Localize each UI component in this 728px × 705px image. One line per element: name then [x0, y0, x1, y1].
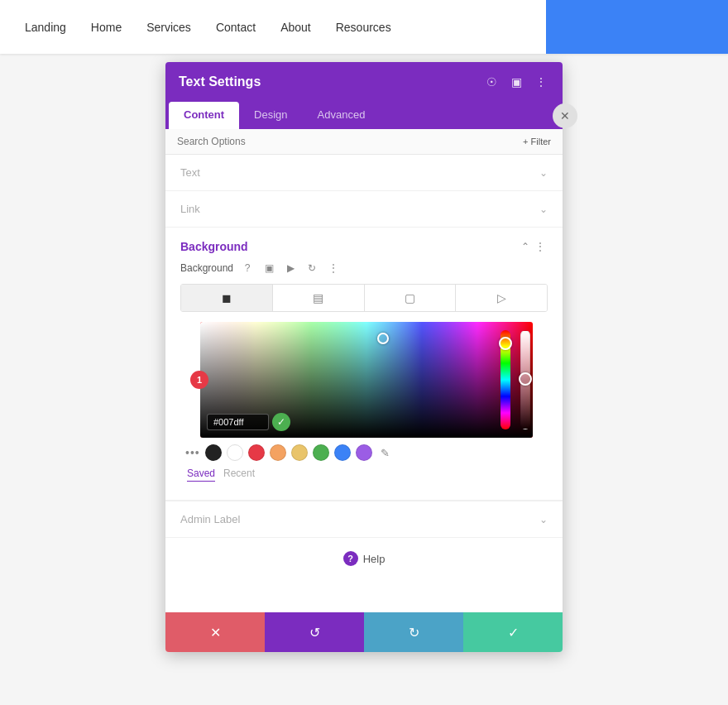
- link-chevron-icon: ⌄: [539, 204, 548, 215]
- background-title-group: Background: [180, 240, 248, 253]
- slider-container: [508, 322, 523, 438]
- nav-link-landing[interactable]: Landing: [25, 21, 66, 34]
- nav-link-about[interactable]: About: [280, 21, 311, 34]
- spacer: [165, 579, 563, 612]
- bg-more-icon[interactable]: ⋮: [326, 261, 341, 276]
- swatch-tabs: Saved Recent: [187, 466, 543, 487]
- nav-link-services[interactable]: Services: [146, 21, 191, 34]
- swatch-green[interactable]: [313, 444, 329, 461]
- redo-icon: ↻: [409, 625, 419, 640]
- nav-link-home[interactable]: Home: [91, 21, 122, 34]
- link-section: Link ⌄: [165, 191, 563, 228]
- modal-tabs: Content Design Advanced: [165, 102, 563, 129]
- modal-close-side-button[interactable]: ✕: [553, 103, 577, 128]
- video-icon: ▷: [497, 291, 506, 305]
- nav-cta-button[interactable]: [546, 0, 728, 54]
- edit-swatches-icon[interactable]: ✎: [377, 444, 394, 461]
- help-row: ? Help: [165, 538, 563, 579]
- admin-label-section: Admin Label ⌄: [165, 501, 563, 538]
- swatch-tab-recent[interactable]: Recent: [223, 468, 255, 482]
- swatch-white[interactable]: [227, 444, 243, 461]
- more-swatches-icon[interactable]: •••: [185, 446, 200, 459]
- cursor-icon[interactable]: ▶: [283, 261, 298, 276]
- help-circle-icon[interactable]: ?: [343, 551, 358, 566]
- text-section-header[interactable]: Text ⌄: [165, 155, 563, 190]
- modal-footer: ✕ ↺ ↻ ✓: [165, 612, 563, 652]
- top-navigation: Landing Home Services Contact About Reso…: [0, 0, 728, 54]
- hue-slider[interactable]: [500, 330, 510, 429]
- bg-type-gradient[interactable]: ▤: [273, 285, 365, 311]
- page-background: Text Settings ☉ ▣ ⋮ Content Design Advan…: [0, 54, 728, 705]
- hex-confirm-button[interactable]: ✓: [272, 413, 290, 431]
- help-label: Help: [363, 553, 386, 565]
- reset-icon[interactable]: ↻: [304, 261, 319, 276]
- gradient-icon: ▤: [313, 291, 323, 305]
- background-section-title: Background: [180, 240, 248, 253]
- admin-label-title: Admin Label: [180, 513, 240, 525]
- background-section: Background ⌃ ⋮ Background ? ▣ ▶ ↻ ⋮: [165, 228, 563, 501]
- help-question-icon[interactable]: ?: [240, 261, 255, 276]
- swatches-row: ••• ✎: [185, 438, 543, 466]
- bg-type-video[interactable]: ▷: [456, 285, 547, 311]
- filter-button[interactable]: + Filter: [523, 137, 551, 146]
- text-chevron-icon: ⌄: [539, 167, 548, 179]
- spectrum-canvas[interactable]: ✓: [200, 322, 533, 438]
- tab-content[interactable]: Content: [169, 102, 239, 129]
- opacity-thumb[interactable]: [519, 372, 532, 386]
- swatch-red[interactable]: [248, 444, 265, 461]
- nav-links: Landing Home Services Contact About Reso…: [25, 21, 391, 34]
- text-section-title: Text: [180, 166, 200, 179]
- background-chevron-up-icon[interactable]: ⌃: [521, 241, 529, 252]
- color-picker-wrapper: 1: [200, 322, 533, 438]
- visibility-icon[interactable]: ☉: [483, 74, 500, 90]
- background-label-row: Background ? ▣ ▶ ↻ ⋮: [180, 261, 548, 276]
- opacity-slider[interactable]: [520, 330, 530, 429]
- admin-label-header[interactable]: Admin Label ⌄: [165, 501, 563, 537]
- layout-icon[interactable]: ▣: [508, 74, 524, 90]
- swatch-orange[interactable]: [270, 444, 286, 461]
- search-bar: + Filter: [165, 129, 563, 155]
- link-section-header[interactable]: Link ⌄: [165, 191, 563, 227]
- reset-icon: ↺: [309, 625, 320, 640]
- hue-thumb[interactable]: [499, 337, 512, 350]
- nav-link-contact[interactable]: Contact: [216, 21, 256, 34]
- background-label: Background: [180, 262, 233, 274]
- swatch-yellow[interactable]: [291, 444, 308, 461]
- bg-type-color[interactable]: ◼: [181, 285, 273, 311]
- background-section-icons: ⌃ ⋮: [521, 239, 548, 254]
- save-button[interactable]: ✓: [463, 612, 563, 652]
- more-options-icon[interactable]: ⋮: [533, 74, 549, 90]
- cancel-button[interactable]: ✕: [165, 612, 265, 652]
- link-section-title: Link: [180, 203, 200, 215]
- copy-icon[interactable]: ▣: [261, 261, 276, 276]
- swatches-area: ••• ✎ Saved Recent: [180, 438, 548, 487]
- reset-button[interactable]: ↺: [265, 612, 364, 652]
- background-more-icon[interactable]: ⋮: [533, 239, 548, 254]
- redo-button[interactable]: ↻: [364, 612, 463, 652]
- swatch-black[interactable]: [205, 444, 222, 461]
- save-icon: ✓: [508, 625, 519, 640]
- image-icon: ▢: [405, 291, 415, 305]
- text-section: Text ⌄: [165, 155, 563, 191]
- hex-input-group: ✓: [207, 413, 290, 431]
- hex-input[interactable]: [207, 414, 269, 430]
- modal-header: Text Settings ☉ ▣ ⋮: [165, 62, 563, 102]
- search-input[interactable]: [177, 136, 523, 147]
- nav-link-resources[interactable]: Resources: [336, 21, 391, 34]
- modal-title: Text Settings: [179, 74, 261, 89]
- color-fill-icon: ◼: [222, 291, 232, 305]
- tab-advanced[interactable]: Advanced: [303, 102, 381, 129]
- tab-design[interactable]: Design: [239, 102, 302, 129]
- text-settings-modal: Text Settings ☉ ▣ ⋮ Content Design Advan…: [165, 62, 563, 652]
- background-type-tabs: ◼ ▤ ▢ ▷: [180, 284, 548, 312]
- swatch-tab-saved[interactable]: Saved: [187, 468, 215, 482]
- spectrum-cursor[interactable]: [377, 333, 389, 344]
- background-controls: Background ? ▣ ▶ ↻ ⋮ ◼ ▤ ▢: [165, 261, 563, 500]
- swatch-purple[interactable]: [356, 444, 372, 461]
- step-badge: 1: [190, 371, 208, 389]
- bg-type-image[interactable]: ▢: [365, 285, 457, 311]
- modal-header-icons: ☉ ▣ ⋮: [483, 74, 549, 90]
- swatch-blue[interactable]: [334, 444, 351, 461]
- admin-label-chevron-icon: ⌄: [539, 514, 548, 525]
- filter-label: + Filter: [523, 137, 551, 146]
